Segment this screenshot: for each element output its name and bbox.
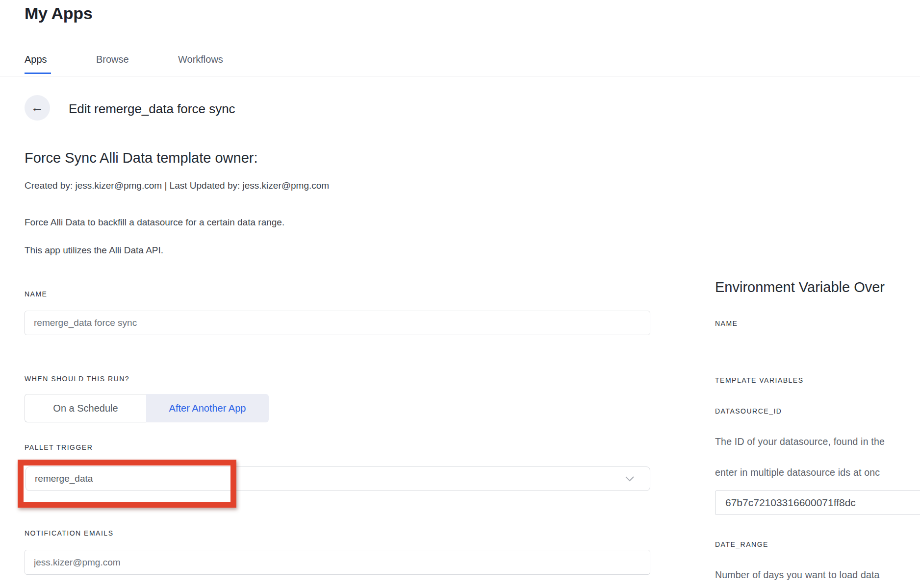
env-variable-overrides-heading: Environment Variable Over xyxy=(715,279,885,295)
template-owner-heading: Force Sync Alli Data template owner: xyxy=(25,150,257,166)
datasource-id-description-line-2: enter in multiple datasource ids at onc xyxy=(715,467,880,478)
run-mode-label: WHEN SHOULD THIS RUN? xyxy=(25,375,129,383)
template-variables-label: TEMPLATE VARIABLES xyxy=(715,376,804,384)
tab-workflows[interactable]: Workflows xyxy=(178,54,223,65)
pallet-trigger-label: PALLET TRIGGER xyxy=(25,443,93,451)
page-title: My Apps xyxy=(25,4,92,23)
env-name-label: NAME xyxy=(715,319,738,327)
tab-browse[interactable]: Browse xyxy=(96,54,129,65)
app-description-line-1: Force Alli Data to backfill a datasource… xyxy=(25,217,284,228)
notification-emails-input[interactable] xyxy=(25,550,650,575)
app-description-line-2: This app utilizes the Alli Data API. xyxy=(25,245,163,256)
edit-app-title: Edit remerge_data force sync xyxy=(69,101,235,117)
tabs-divider xyxy=(0,76,920,76)
date-range-description-line-1: Number of days you want to load data xyxy=(715,569,880,581)
date-range-label: DATE_RANGE xyxy=(715,540,768,548)
notification-emails-label: NOTIFICATION EMAILS xyxy=(25,529,113,537)
chevron-down-icon xyxy=(625,476,634,482)
back-button[interactable]: ← xyxy=(25,95,50,121)
name-field-label: NAME xyxy=(25,290,47,298)
tab-apps[interactable]: Apps xyxy=(25,54,47,65)
my-apps-page: My Apps Apps Browse Workflows ← Edit rem… xyxy=(0,0,920,588)
app-name-input[interactable] xyxy=(25,311,650,335)
run-mode-segmented-control: On a Schedule After Another App xyxy=(25,394,269,422)
pallet-trigger-select[interactable]: remerge_data xyxy=(26,466,650,491)
datasource-id-input[interactable] xyxy=(715,490,920,515)
datasource-id-description-line-1: The ID of your datasource, found in the xyxy=(715,436,885,447)
run-mode-option-after-app[interactable]: After Another App xyxy=(146,394,269,422)
pallet-trigger-selected-value: remerge_data xyxy=(35,473,625,484)
datasource-id-label: DATASOURCE_ID xyxy=(715,407,782,415)
back-arrow-icon: ← xyxy=(31,101,44,114)
active-tab-underline xyxy=(25,73,51,74)
run-mode-option-schedule[interactable]: On a Schedule xyxy=(25,394,146,422)
created-updated-byline: Created by: jess.kizer@pmg.com | Last Up… xyxy=(25,180,329,191)
